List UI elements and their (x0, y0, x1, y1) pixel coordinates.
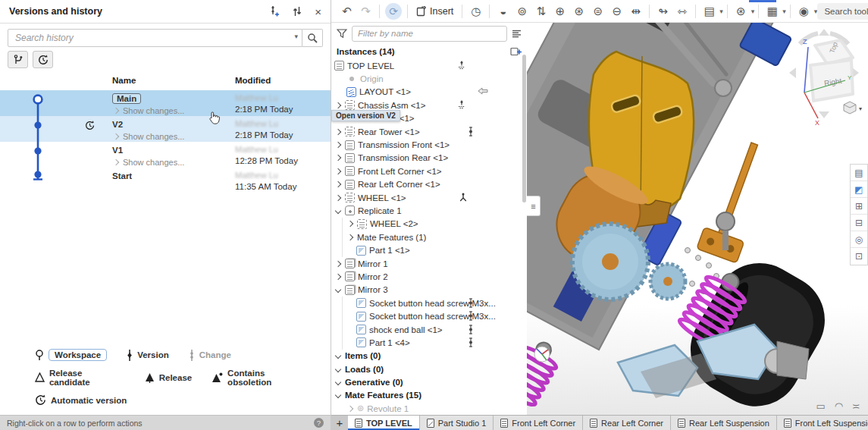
chevron-right-icon[interactable] (335, 168, 341, 174)
chevron-right-icon[interactable] (347, 234, 353, 240)
version-row-main[interactable]: Main Show changes... Matthew Lu 2:18 PM … (0, 90, 331, 116)
pin-slot-mate-button[interactable]: ⊖ (607, 2, 626, 20)
viewport-3d[interactable]: Top Right Z X Y ▾ ▤ ◩ (527, 23, 868, 415)
version-row-v2[interactable]: V2 Show changes... Matthew Lu 2:18 PM To… (0, 116, 331, 142)
tree-item-mirror-1[interactable]: Mirror 1 (331, 257, 527, 270)
chevron-right-icon[interactable] (347, 221, 353, 227)
tree-item-wheel-2[interactable]: WHEEL <2> (331, 218, 527, 231)
add-tab-button[interactable]: + (331, 416, 348, 430)
history-search-input[interactable] (8, 29, 302, 47)
tree-item-layout[interactable]: LAYOUT <1> (331, 86, 527, 99)
tree-section-generative[interactable]: Generative (0) (331, 375, 527, 388)
close-panel-icon[interactable]: × (315, 5, 321, 18)
chevron-down-icon[interactable] (335, 287, 341, 293)
undo-button[interactable]: ↶ (337, 2, 356, 20)
chevron-right-icon[interactable] (335, 142, 341, 148)
chevron-down-icon[interactable] (335, 379, 341, 385)
show-changes-link[interactable]: Show changes... (112, 132, 184, 141)
tab-front-left-suspension[interactable]: Front Left Suspension (777, 416, 868, 430)
tab-part-studio-1[interactable]: Part Studio 1 (420, 416, 494, 430)
rotate-tool-button[interactable]: ⟳ (385, 3, 402, 20)
chevron-down-icon[interactable] (335, 353, 341, 359)
show-branches-toggle[interactable] (8, 51, 28, 68)
tree-item-front-left-corner[interactable]: Front Left Corner <1> (331, 165, 527, 177)
ball-mate-button[interactable]: ⊛ (569, 2, 588, 20)
tree-item-screw-2[interactable]: Socket button head screw M3x... (331, 309, 527, 322)
chevron-down-icon[interactable] (335, 366, 341, 372)
named-positions-dropdown[interactable]: ▤▾ (700, 2, 723, 20)
tree-item-part-1-1[interactable]: Part 1 <1> (331, 243, 527, 256)
redo-button[interactable]: ↷ (356, 2, 375, 20)
tree-section-mate-features[interactable]: Mate Features (15) (331, 389, 527, 402)
tree-item-screw-1[interactable]: Socket button head screw M3x... (331, 297, 527, 309)
parallel-mate-button[interactable]: ⇹ (626, 2, 645, 20)
chevron-right-icon[interactable] (347, 406, 353, 412)
search-button[interactable] (302, 29, 323, 47)
protractor-icon[interactable]: ◠ (835, 400, 843, 412)
tree-item-mirror-2[interactable]: Mirror 2 (331, 270, 527, 283)
instances-header[interactable]: Instances (14) (331, 44, 527, 59)
tree-section-items[interactable]: Items (0) (331, 350, 527, 363)
named-views-button[interactable]: ⊡ (851, 248, 867, 265)
chevron-right-icon[interactable] (335, 274, 341, 280)
parts-list-button[interactable]: ◩ (851, 181, 867, 198)
chevron-right-icon[interactable] (335, 155, 341, 161)
tab-rear-left-corner[interactable]: Rear Left Corner (583, 416, 671, 430)
measure-button[interactable]: ⇿ (672, 2, 691, 20)
tree-item-shock-end-ball[interactable]: shock end ball <1> (331, 323, 527, 336)
tree-item-wheel-1[interactable]: WHEEL <1> (331, 191, 527, 204)
tree-item-rear-tower[interactable]: Rear Tower <1> (331, 125, 527, 138)
list-options-icon[interactable] (512, 30, 522, 38)
version-row-start[interactable]: Start Matthew Lu 11:35 AM Today (0, 168, 331, 193)
tree-filter-input[interactable] (352, 26, 507, 42)
tree-item-top-level[interactable]: TOP LEVEL (331, 59, 527, 72)
chevron-right-icon[interactable] (335, 260, 341, 266)
search-tools-button[interactable]: Search tools... alt/⌥ c (817, 3, 868, 20)
chevron-right-icon[interactable] (335, 181, 341, 187)
show-changes-link[interactable]: Show changes... (112, 106, 184, 115)
create-version-icon[interactable] (269, 5, 280, 17)
measure-scale-icon[interactable]: ≍ (852, 400, 860, 412)
isometric-view-button[interactable] (844, 102, 856, 114)
chevron-right-icon[interactable] (335, 128, 341, 134)
history-clock-button[interactable]: ◷ (466, 2, 485, 20)
bom-table-button[interactable]: ▤ (851, 165, 867, 181)
show-changes-link[interactable]: Show changes... (112, 158, 184, 167)
snap-mode-button[interactable]: ↬ (653, 2, 672, 20)
tab-front-left-corner[interactable]: Front Left Corner (494, 416, 583, 430)
insert-instance-icon[interactable] (510, 46, 522, 58)
appearance-button[interactable]: ◎ (851, 231, 867, 248)
cylindrical-mate-button[interactable]: ⊜ (588, 2, 607, 20)
tree-item-transmission-rear[interactable]: Transmission Rear <1> (331, 152, 527, 165)
tree-item-mate-features-1[interactable]: Mate Features (1) (331, 231, 527, 243)
tree-scrollbar[interactable] (522, 55, 526, 202)
tree-item-origin[interactable]: Origin (331, 72, 527, 85)
tab-rear-left-suspension[interactable]: Rear Left Suspension (671, 416, 777, 430)
search-dropdown-caret-icon[interactable]: ▾ (294, 33, 298, 40)
tree-item-transmission-front[interactable]: Transmission Front <1> (331, 138, 527, 151)
slider-mate-button[interactable]: ⇅ (531, 2, 550, 20)
section-view-icon[interactable]: ▭ (816, 400, 825, 412)
display-states-button[interactable]: ⊟ (851, 215, 867, 231)
fastened-mate-button[interactable]: ◒ (494, 2, 512, 20)
tree-item-replicate-1[interactable]: Replicate 1 (331, 204, 527, 217)
insert-button[interactable]: Insert (412, 6, 458, 17)
tree-section-loads[interactable]: Loads (0) (331, 363, 527, 375)
help-icon[interactable]: ? (314, 418, 324, 428)
display-tools-dropdown[interactable]: ▦▾ (763, 2, 786, 20)
tree-item-part-1-4[interactable]: Part 1 <4> (331, 336, 527, 349)
version-row-v1[interactable]: V1 Show changes... Matthew Lu 12:28 PM T… (0, 142, 331, 168)
chevron-down-icon[interactable] (335, 392, 341, 398)
tree-item-mirror-3[interactable]: Mirror 3 (331, 284, 527, 297)
chevron-right-icon[interactable] (335, 102, 341, 108)
tree-item-rear-left-corner[interactable]: Rear Left Corner <1> (331, 178, 527, 191)
tree-item-revolute-1[interactable]: ⊚Revolute 1 (331, 402, 527, 415)
revolute-mate-button[interactable]: ⊚ (512, 2, 531, 20)
tab-top-level[interactable]: TOP LEVEL (348, 416, 420, 430)
chevron-right-icon[interactable] (335, 194, 341, 200)
view-cube[interactable]: Top Right Z X Y ▾ (785, 24, 863, 126)
compare-versions-icon[interactable] (292, 6, 302, 17)
explode-tools-dropdown[interactable]: ◉▾ (794, 2, 818, 20)
filter-funnel-icon[interactable] (337, 29, 347, 39)
planar-mate-button[interactable]: ⊕ (550, 2, 569, 20)
